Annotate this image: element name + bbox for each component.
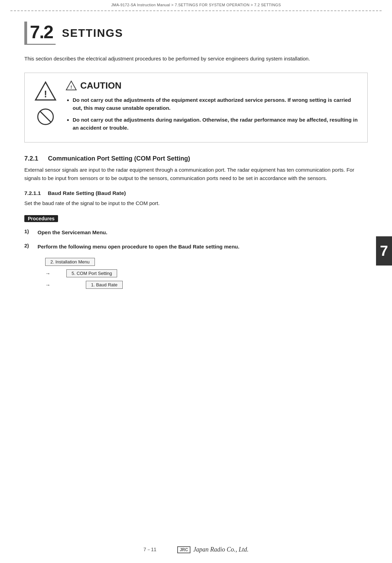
procedure-step-1: 1) Open the Serviceman Menu. [24,228,368,236]
section-7211-title: Baud Rate Setting (Baud Rate) [48,190,126,196]
main-content: 7.2 SETTINGS This section describes the … [0,11,392,310]
footer: 7－11 JRC Japan Radio Co., Ltd. [0,546,392,553]
procedure-step-2: 2) Perform the following menu open proce… [24,243,368,251]
no-symbol-icon [36,108,55,126]
procedures-badge: Procedures [24,215,58,222]
menu-row-2: → 5. COM Port Setting [45,269,368,277]
caution-title-row: ! CAUTION [66,80,359,91]
svg-text:!: ! [44,89,47,99]
chapter-title: SETTINGS [62,27,123,40]
menu-row-3: → 1. Baud Rate [45,281,368,289]
step-2-number: 2) [24,243,38,248]
svg-text:!: ! [71,84,72,90]
chapter-tab: 7 [376,236,392,266]
caution-box: ! ! CAUTION Do not carry out the adjustm… [24,73,368,142]
jrc-label: JRC [177,546,190,553]
menu-item-baud-rate: 1. Baud Rate [86,281,123,289]
section-721-number: 7.2.1 [24,155,38,162]
caution-title-text: CAUTION [80,80,121,91]
caution-title-icon: ! [66,80,77,91]
section-7211-number: 7.2.1.1 [24,190,41,196]
footer-page-number: 7－11 [144,547,156,553]
breadcrumb: JMA-9172-SA Instruction Manual > 7.SETTI… [0,0,392,8]
caution-icons: ! [32,80,59,126]
menu-row-1: 2. Installation Menu [45,258,368,266]
chapter-number: 7.2 [24,22,56,45]
section-721-heading: 7.2.1Communication Port Setting (COM Por… [24,155,368,162]
footer-logo: JRC Japan Radio Co., Ltd. [177,546,248,553]
section-721-body: External sensor signals are input to the… [24,166,368,182]
company-name: Japan Radio Co., Ltd. [193,546,248,553]
svg-line-3 [40,111,51,122]
section-7211-heading: 7.2.1.1Baud Rate Setting (Baud Rate) [24,190,368,196]
step-2-content: Perform the following menu open procedur… [38,243,368,251]
menu-arrow-2: → [45,282,50,288]
menu-diagram: 2. Installation Menu → 5. COM Port Setti… [45,258,368,289]
caution-triangle-icon: ! [34,80,57,102]
chapter-heading: 7.2 SETTINGS [24,22,368,45]
caution-bullet-2: Do not carry out the adjustments during … [73,116,359,132]
step-1-content: Open the Serviceman Menu. [38,228,368,236]
menu-item-installation: 2. Installation Menu [45,258,95,266]
menu-arrow-1: → [45,270,50,276]
caution-bullet-1: Do not carry out the adjustments of the … [73,96,359,112]
menu-item-com-port: 5. COM Port Setting [66,269,117,277]
section-7211-body: Set the baud rate of the signal to be in… [24,199,368,207]
intro-text: This section describes the electrical ad… [24,55,368,63]
caution-bullets: Do not carry out the adjustments of the … [66,96,359,132]
caution-content: ! CAUTION Do not carry out the adjustmen… [66,80,359,135]
section-721-title: Communication Port Setting (COM Port Set… [48,155,190,162]
step-1-number: 1) [24,228,38,234]
